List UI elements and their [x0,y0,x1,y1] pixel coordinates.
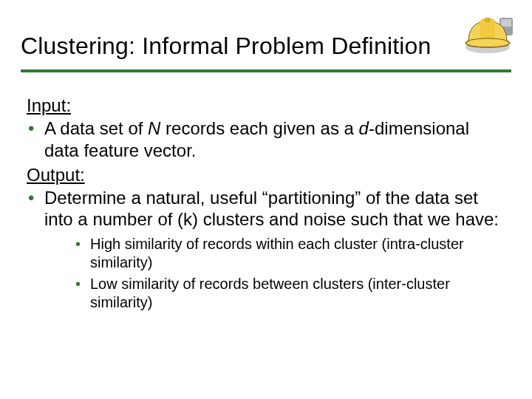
text: records each given as a [160,118,358,138]
title-area: Clustering: Informal Problem Definition [21,33,488,60]
slide: Clustering: Informal Problem Definition … [0,0,532,399]
svg-rect-2 [501,19,511,27]
text: Determine a natural, useful “partitionin… [44,188,499,229]
var-n: N [148,118,160,138]
text: High similarity of records within each c… [90,236,464,270]
sub-bullet: Low similarity of records between cluste… [74,275,502,312]
title-underline [21,69,511,72]
slide-title: Clustering: Informal Problem Definition [21,33,488,60]
input-bullet: A data set of N records each given as a … [27,117,502,161]
svg-rect-4 [485,18,491,22]
output-heading: Output: [27,165,85,185]
text: Low similarity of records between cluste… [90,276,450,310]
output-bullet: Determine a natural, useful “partitionin… [27,187,502,312]
input-heading: Input: [27,95,71,115]
var-d: d [359,118,369,138]
sub-bullet: High similarity of records within each c… [74,235,502,272]
slide-body: Input: A data set of N records each give… [27,95,502,315]
text: A data set of [44,118,148,138]
